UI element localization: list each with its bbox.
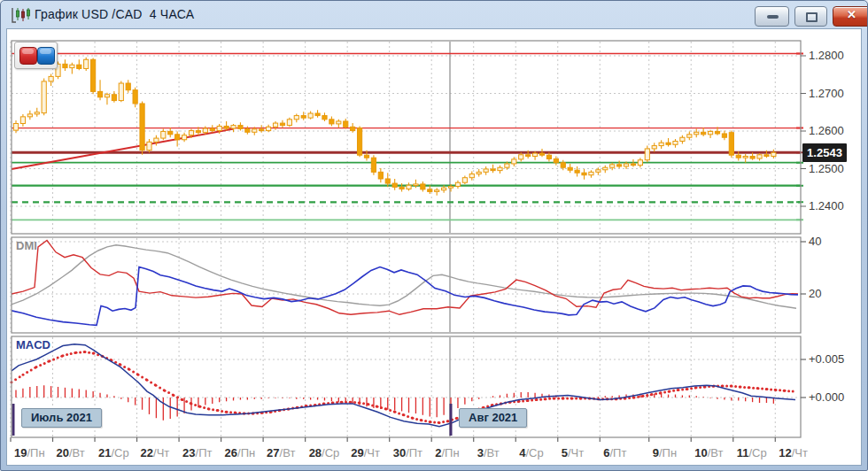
candle-body[interactable]	[708, 131, 712, 134]
candle-body[interactable]	[245, 128, 250, 132]
candle-body[interactable]	[694, 132, 699, 135]
candle-body[interactable]	[532, 153, 537, 156]
candle-body[interactable]	[519, 155, 523, 159]
candle-body[interactable]	[757, 155, 762, 158]
candle-body[interactable]	[224, 126, 229, 128]
candle-body[interactable]	[729, 133, 733, 156]
candle-body[interactable]	[399, 187, 404, 189]
candle-body[interactable]	[13, 124, 18, 131]
candle-body[interactable]	[505, 164, 509, 167]
candle-body[interactable]	[539, 153, 544, 155]
candle-body[interactable]	[112, 95, 116, 101]
candle-body[interactable]	[357, 128, 361, 156]
candle-body[interactable]	[231, 126, 236, 128]
candle-body[interactable]	[414, 184, 418, 186]
chart-canvas[interactable]	[1, 1, 868, 471]
candle-body[interactable]	[750, 156, 755, 158]
candle-body[interactable]	[119, 83, 123, 101]
candle-body[interactable]	[252, 129, 257, 132]
candle-body[interactable]	[126, 83, 130, 90]
candle-body[interactable]	[645, 149, 649, 160]
candle-body[interactable]	[182, 135, 186, 140]
candle-body[interactable]	[469, 174, 474, 177]
candle-body[interactable]	[337, 121, 341, 124]
candle-body[interactable]	[484, 169, 488, 172]
candle-body[interactable]	[624, 164, 628, 166]
candle-body[interactable]	[294, 116, 298, 120]
candle-body[interactable]	[701, 132, 706, 135]
candle-body[interactable]	[154, 138, 159, 142]
candle-body[interactable]	[84, 59, 89, 68]
candle-body[interactable]	[617, 165, 622, 166]
candle-body[interactable]	[371, 158, 376, 172]
candle-body[interactable]	[407, 185, 411, 189]
candle-body[interactable]	[512, 159, 516, 164]
candle-body[interactable]	[673, 141, 678, 144]
candle-body[interactable]	[771, 152, 776, 156]
candle-body[interactable]	[168, 131, 173, 134]
candle-body[interactable]	[442, 188, 446, 190]
candle-body[interactable]	[189, 131, 193, 135]
candle-body[interactable]	[267, 127, 271, 130]
candle-body[interactable]	[498, 167, 502, 170]
candle-body[interactable]	[582, 173, 586, 175]
candle-body[interactable]	[448, 186, 453, 188]
candle-body[interactable]	[351, 127, 355, 130]
candle-body[interactable]	[561, 163, 565, 168]
candle-body[interactable]	[596, 170, 601, 173]
candle-body[interactable]	[20, 117, 25, 124]
candle-body[interactable]	[91, 59, 96, 91]
candle-body[interactable]	[575, 170, 579, 173]
candle-body[interactable]	[652, 146, 656, 149]
candle-body[interactable]	[308, 113, 313, 118]
candle-body[interactable]	[638, 160, 642, 166]
red-symbol-button[interactable]	[19, 47, 37, 65]
candle-body[interactable]	[97, 91, 102, 97]
candle-body[interactable]	[49, 76, 53, 81]
blue-symbol-button[interactable]	[37, 47, 55, 65]
candle-body[interactable]	[63, 64, 67, 67]
candle-body[interactable]	[364, 155, 368, 158]
candle-body[interactable]	[631, 164, 635, 166]
candle-body[interactable]	[455, 182, 460, 186]
candle-body[interactable]	[315, 113, 320, 116]
candle-body[interactable]	[273, 123, 277, 127]
candle-body[interactable]	[764, 155, 769, 157]
candle-body[interactable]	[680, 137, 685, 141]
candle-body[interactable]	[687, 135, 692, 137]
candle-body[interactable]	[105, 95, 109, 97]
candle-body[interactable]	[329, 120, 334, 124]
candle-body[interactable]	[322, 116, 327, 120]
candle-body[interactable]	[196, 131, 200, 133]
candle-body[interactable]	[385, 179, 390, 183]
candle-body[interactable]	[238, 126, 243, 129]
candle-body[interactable]	[42, 81, 46, 113]
candle-body[interactable]	[133, 90, 137, 104]
candle-body[interactable]	[217, 126, 221, 130]
candle-body[interactable]	[568, 167, 572, 170]
candle-body[interactable]	[491, 169, 495, 171]
candle-body[interactable]	[715, 131, 719, 134]
candle-body[interactable]	[526, 155, 531, 157]
candle-body[interactable]	[301, 116, 306, 119]
candle-body[interactable]	[203, 128, 207, 133]
candle-body[interactable]	[428, 189, 432, 192]
candle-body[interactable]	[77, 65, 81, 68]
candle-body[interactable]	[70, 65, 74, 67]
candle-body[interactable]	[666, 143, 670, 144]
candle-body[interactable]	[743, 156, 748, 158]
candle-body[interactable]	[659, 143, 663, 145]
candle-body[interactable]	[462, 178, 467, 183]
candle-body[interactable]	[140, 104, 144, 151]
candle-body[interactable]	[603, 167, 608, 170]
candle-body[interactable]	[344, 121, 348, 127]
candle-body[interactable]	[280, 123, 284, 126]
candle-body[interactable]	[175, 135, 180, 140]
candle-body[interactable]	[736, 155, 740, 158]
candle-body[interactable]	[477, 172, 481, 174]
candle-body[interactable]	[161, 131, 166, 138]
candle-body[interactable]	[392, 183, 397, 187]
candle-body[interactable]	[260, 129, 264, 131]
candle-body[interactable]	[35, 112, 39, 114]
candle-body[interactable]	[554, 158, 558, 162]
